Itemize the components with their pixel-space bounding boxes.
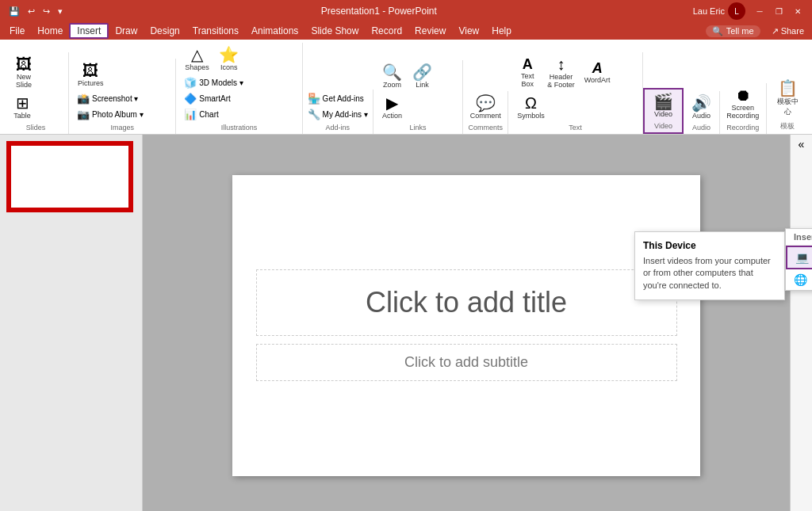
close-button[interactable]: ✕ xyxy=(790,3,806,19)
link-icon: 🔗 xyxy=(412,64,432,80)
menu-view[interactable]: View xyxy=(452,23,485,39)
menu-insert[interactable]: Insert xyxy=(69,23,109,39)
undo-icon[interactable]: ↩ xyxy=(25,5,37,18)
this-device-icon: 💻 xyxy=(795,251,809,264)
menubar-right: 🔍 Tell me ↗ Share xyxy=(706,25,809,38)
slides-panel xyxy=(0,135,143,511)
ribbon-group-links: 🔍 Zoom 🔗 Link ▶ Action Links xyxy=(373,60,464,134)
screen-recording-button[interactable]: ⏺ ScreenRecording xyxy=(722,85,763,122)
table-button[interactable]: ⊞ Table xyxy=(8,93,36,122)
photo-album-button[interactable]: 📷 Photo Album ▾ xyxy=(74,107,146,122)
new-slide-button[interactable]: 🖼 NewSlide xyxy=(8,54,40,91)
video-group-content: 🎬 Video xyxy=(647,91,679,120)
photo-album-label: Photo Album ▾ xyxy=(92,110,143,119)
smartart-button[interactable]: 🔷 SmartArt xyxy=(181,91,247,106)
main-area: Click to add title Click to add subtitle… xyxy=(0,135,812,511)
menu-bar: File Home Insert Draw Design Transitions… xyxy=(0,22,812,40)
screen-recording-icon: ⏺ xyxy=(735,87,751,103)
share-button[interactable]: ↗ Share xyxy=(767,25,809,38)
my-addins-button[interactable]: 🔧 My Add-ins ▾ xyxy=(304,107,371,122)
symbols-button[interactable]: Ω Symbols xyxy=(513,93,549,122)
slide-canvas[interactable]: Click to add title Click to add subtitle xyxy=(232,175,700,476)
pictures-button[interactable]: 🖼 Pictures xyxy=(74,60,108,90)
comment-button[interactable]: 💬 Comment xyxy=(466,93,505,122)
comments-group-content: 💬 Comment xyxy=(466,93,505,122)
menu-draw[interactable]: Draw xyxy=(109,23,144,39)
menu-file[interactable]: File xyxy=(3,23,31,39)
save-icon[interactable]: 💾 xyxy=(6,5,22,18)
new-slide-icon: 🖼 xyxy=(16,56,32,72)
user-area: Lau Eric L xyxy=(693,2,745,20)
ribbon-group-recording: ⏺ ScreenRecording Recording xyxy=(720,83,767,134)
addins-group-content: 🏪 Get Add-ins 🔧 My Add-ins ▾ xyxy=(304,91,371,122)
shapes-icon: △ xyxy=(191,47,203,63)
icons-button[interactable]: ⭐ Icons xyxy=(215,44,243,74)
images-group-content: 🖼 Pictures 📸 Screenshot ▾ 📷 Photo Album … xyxy=(74,60,170,122)
video-button[interactable]: 🎬 Video xyxy=(647,91,679,120)
audio-button[interactable]: 🔊 Audio xyxy=(688,93,716,122)
link-button[interactable]: 🔗 Link xyxy=(408,62,437,91)
ribbon-group-illustrations: △ Shapes ⭐ Icons 🧊 3D Models ▾ 🔷 SmartAr… xyxy=(176,43,303,134)
text-group-content: A TextBox ↕ Header& Footer A WordArt Ω S… xyxy=(513,54,637,122)
ribbon-groups: 🖼 NewSlide ⊞ Table Slides 🖼 Pictures xyxy=(3,43,809,134)
this-device-item[interactable]: 💻 This Device... xyxy=(786,246,812,269)
header-footer-button[interactable]: ↕ Header& Footer xyxy=(543,54,579,91)
user-name: Lau Eric xyxy=(693,6,725,16)
wordart-button[interactable]: A WordArt xyxy=(580,59,615,86)
menu-animations[interactable]: Animations xyxy=(245,23,304,39)
slide-title-box[interactable]: Click to add title xyxy=(256,269,677,336)
chart-button[interactable]: 📊 Chart xyxy=(181,107,247,122)
template-icon: 📋 xyxy=(778,80,798,96)
get-addins-button[interactable]: 🏪 Get Add-ins xyxy=(304,91,371,106)
menu-review[interactable]: Review xyxy=(408,23,452,39)
menu-slideshow[interactable]: Slide Show xyxy=(304,23,365,39)
illustrations-group-label: Illustrations xyxy=(181,122,297,134)
ribbon-group-video: 🎬 Video Video xyxy=(643,88,684,134)
get-addins-label: Get Add-ins xyxy=(323,94,364,103)
slide-subtitle-placeholder: Click to add subtitle xyxy=(404,354,528,370)
images-group-label: Images xyxy=(74,122,170,134)
online-videos-icon: 🌐 xyxy=(794,273,807,286)
window-controls[interactable]: ─ ❐ ✕ xyxy=(752,3,806,19)
menu-home[interactable]: Home xyxy=(31,23,69,39)
textbox-icon: A xyxy=(523,57,533,71)
audio-group-label: Audio xyxy=(688,122,714,134)
screenshot-button[interactable]: 📸 Screenshot ▾ xyxy=(74,91,146,106)
smartart-label: SmartArt xyxy=(199,94,230,103)
menu-record[interactable]: Record xyxy=(365,23,408,39)
action-button[interactable]: ▶ Action xyxy=(378,93,407,122)
links-group-label: Links xyxy=(378,122,458,134)
ribbon-group-text: A TextBox ↕ Header& Footer A WordArt Ω S… xyxy=(508,52,642,134)
slide-thumbnail-1[interactable] xyxy=(6,141,133,212)
my-addins-label: My Add-ins ▾ xyxy=(323,110,368,119)
3d-models-button[interactable]: 🧊 3D Models ▾ xyxy=(181,75,247,90)
tooltip-description: Insert videos from your computer or from… xyxy=(643,255,776,292)
get-addins-icon: 🏪 xyxy=(308,93,320,105)
text-group-label: Text xyxy=(513,122,637,134)
restore-button[interactable]: ❐ xyxy=(771,3,787,19)
customize-icon[interactable]: ▾ xyxy=(56,5,65,18)
shapes-button[interactable]: △ Shapes xyxy=(181,44,213,74)
textbox-button[interactable]: A TextBox xyxy=(513,55,542,90)
3d-smartart-chart-col: 🧊 3D Models ▾ 🔷 SmartArt 📊 Chart xyxy=(181,75,247,122)
slide-thumb-inner xyxy=(8,143,132,211)
menu-design[interactable]: Design xyxy=(144,23,186,39)
screenshot-photoalbum-col: 📸 Screenshot ▾ 📷 Photo Album ▾ xyxy=(74,91,146,122)
photo-album-icon: 📷 xyxy=(77,109,90,120)
minimize-button[interactable]: ─ xyxy=(752,3,768,19)
tell-me[interactable]: 🔍 Tell me xyxy=(706,25,760,37)
search-icon: 🔍 xyxy=(712,26,723,36)
online-videos-item[interactable]: 🌐 Online Videos... xyxy=(786,269,812,290)
slide-area: Click to add title Click to add subtitle… xyxy=(143,135,790,511)
template-button[interactable]: 📋 模板中心 xyxy=(772,78,804,120)
zoom-button[interactable]: 🔍 Zoom xyxy=(378,62,407,91)
audio-icon: 🔊 xyxy=(691,95,711,111)
slide-subtitle-box[interactable]: Click to add subtitle xyxy=(256,344,677,381)
tooltip-title: This Device xyxy=(643,240,776,251)
quick-access-toolbar[interactable]: 💾 ↩ ↪ ▾ xyxy=(6,5,65,18)
ribbon-group-addins: 🏪 Get Add-ins 🔧 My Add-ins ▾ Add-ins xyxy=(303,90,373,134)
menu-help[interactable]: Help xyxy=(485,23,518,39)
redo-icon[interactable]: ↪ xyxy=(40,5,52,18)
menu-transitions[interactable]: Transitions xyxy=(186,23,245,39)
collapse-icon[interactable]: « xyxy=(799,138,805,151)
